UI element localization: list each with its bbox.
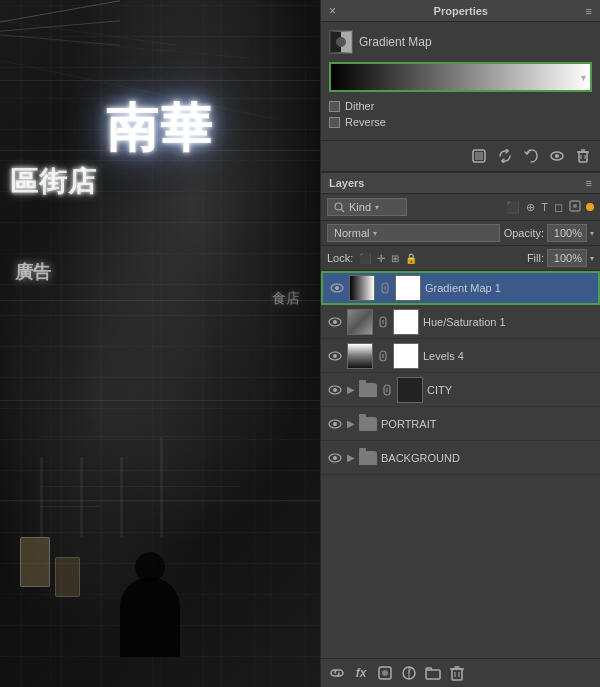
levels-mask: [393, 343, 419, 369]
layer-item-city[interactable]: ▶ CITY: [321, 373, 600, 407]
photo-area: 南華 區街店 廣告 食店: [0, 0, 320, 687]
layers-link-icon[interactable]: [327, 663, 347, 683]
blend-mode-value: Normal: [334, 227, 369, 239]
kind-icons: ⬛ ⊕ T ◻: [411, 199, 594, 215]
layer-eye-portrait[interactable]: [327, 416, 343, 432]
layer-item-portrait[interactable]: ▶ PORTRAIT: [321, 407, 600, 441]
blend-mode-dropdown[interactable]: Normal ▾: [327, 224, 500, 242]
layer-chain-city[interactable]: [381, 384, 393, 396]
gradient-map-icon-svg: [331, 32, 351, 52]
fx-text: fx: [356, 666, 367, 680]
dither-checkbox[interactable]: [329, 101, 340, 112]
layer-item-gradient-map[interactable]: Gradient Map 1: [321, 271, 600, 305]
layers-adjustment-icon[interactable]: [399, 663, 419, 683]
smart-filter-icon[interactable]: [568, 199, 582, 215]
blend-row: Normal ▾ Opacity: 100% ▾: [321, 221, 600, 246]
svg-point-2: [336, 37, 346, 47]
lock-position-icon[interactable]: ✛: [377, 253, 385, 264]
kind-chevron: ▾: [375, 203, 379, 212]
lock-artboard-icon[interactable]: ⊞: [391, 253, 399, 264]
reverse-checkbox[interactable]: [329, 117, 340, 128]
adjustment-icon: [329, 30, 353, 54]
layer-item-background[interactable]: ▶ BACKGROUND: [321, 441, 600, 475]
text-filter-icon[interactable]: T: [540, 200, 549, 214]
dither-row: Dither: [329, 100, 592, 112]
gradient-map-header: Gradient Map: [329, 30, 592, 54]
hue-sat-mask: [393, 309, 419, 335]
reverse-label: Reverse: [345, 116, 386, 128]
fill-group: Fill: 100% ▾: [527, 249, 594, 267]
repeat-icon[interactable]: [496, 147, 514, 165]
portrait-folder-icon: [359, 417, 377, 431]
layers-panel: Layers ≡ Kind ▾ ⬛ ⊕ T ◻: [321, 172, 600, 687]
shape-filter-icon[interactable]: ◻: [553, 200, 564, 215]
opacity-value[interactable]: 100%: [547, 224, 587, 242]
kind-row: Kind ▾ ⬛ ⊕ T ◻: [321, 194, 600, 221]
svg-point-35: [333, 456, 337, 460]
fill-value[interactable]: 100%: [547, 249, 587, 267]
levels-name: Levels 4: [423, 350, 594, 362]
properties-menu[interactable]: ≡: [586, 5, 592, 17]
layer-item-levels[interactable]: Levels 4: [321, 339, 600, 373]
layers-menu[interactable]: ≡: [586, 177, 592, 189]
gradient-bar-arrow: ▾: [581, 72, 586, 83]
svg-point-12: [335, 203, 342, 210]
svg-point-37: [382, 670, 388, 676]
hue-sat-thumb: [347, 309, 373, 335]
layer-eye-city[interactable]: [327, 382, 343, 398]
city-name: CITY: [427, 384, 594, 396]
adjustment-filter-icon[interactable]: ⊕: [525, 200, 536, 215]
mask-icon[interactable]: [470, 147, 488, 165]
opacity-chevron: ▾: [590, 229, 594, 238]
opacity-group: Opacity: 100% ▾: [504, 224, 594, 242]
lock-all-icon[interactable]: 🔒: [405, 253, 417, 264]
layers-header: Layers ≡: [321, 172, 600, 194]
layers-folder-icon[interactable]: [423, 663, 443, 683]
svg-point-33: [333, 422, 337, 426]
reverse-row: Reverse: [329, 116, 592, 128]
layer-chain-2[interactable]: [377, 316, 389, 328]
portrait-expand-icon[interactable]: ▶: [347, 418, 355, 429]
dither-label: Dither: [345, 100, 374, 112]
svg-line-13: [342, 209, 345, 212]
portrait-name: PORTRAIT: [381, 418, 594, 430]
background-name: BACKGROUND: [381, 452, 594, 464]
svg-rect-40: [452, 669, 462, 680]
fill-chevron: ▾: [590, 254, 594, 263]
lock-row: Lock: ⬛ ✛ ⊞ 🔒 Fill: 100% ▾: [321, 246, 600, 271]
kind-dropdown[interactable]: Kind ▾: [327, 198, 407, 216]
layers-fx-icon[interactable]: fx: [351, 663, 371, 683]
kind-status-dot: [586, 203, 594, 211]
layer-chain-1[interactable]: [379, 282, 391, 294]
properties-panel: × Properties ≡ Gradient Map ▾: [321, 0, 600, 172]
layer-item-hue-sat[interactable]: Hue/Saturation 1: [321, 305, 600, 339]
layers-title: Layers: [329, 177, 364, 189]
properties-close[interactable]: ×: [329, 4, 336, 18]
properties-trash-icon[interactable]: [574, 147, 592, 165]
layers-bottom-toolbar: fx: [321, 658, 600, 687]
gradient-map-thumb: [349, 275, 375, 301]
gradient-bar[interactable]: ▾: [331, 64, 590, 90]
visibility-icon[interactable]: [548, 147, 566, 165]
city-expand-icon[interactable]: ▶: [347, 384, 355, 395]
svg-point-25: [333, 354, 337, 358]
layer-chain-3[interactable]: [377, 350, 389, 362]
layer-eye-levels[interactable]: [327, 348, 343, 364]
layer-eye-hue-sat[interactable]: [327, 314, 343, 330]
lock-pixels-icon[interactable]: ⬛: [359, 253, 371, 264]
right-panel: × Properties ≡ Gradient Map ▾: [320, 0, 600, 687]
gradient-map-label: Gradient Map: [359, 35, 432, 49]
layers-mask-icon[interactable]: [375, 663, 395, 683]
layers-trash-icon[interactable]: [447, 663, 467, 683]
gradient-map-name: Gradient Map 1: [425, 282, 592, 294]
layer-eye-gradient-map[interactable]: [329, 280, 345, 296]
layer-eye-background[interactable]: [327, 450, 343, 466]
svg-point-21: [333, 320, 337, 324]
city-folder-icon: [359, 383, 377, 397]
properties-header: × Properties ≡: [321, 0, 600, 22]
undo-icon[interactable]: [522, 147, 540, 165]
hue-sat-name: Hue/Saturation 1: [423, 316, 594, 328]
background-expand-icon[interactable]: ▶: [347, 452, 355, 463]
pixel-filter-icon[interactable]: ⬛: [505, 200, 521, 215]
gradient-bar-container[interactable]: ▾: [329, 62, 592, 92]
